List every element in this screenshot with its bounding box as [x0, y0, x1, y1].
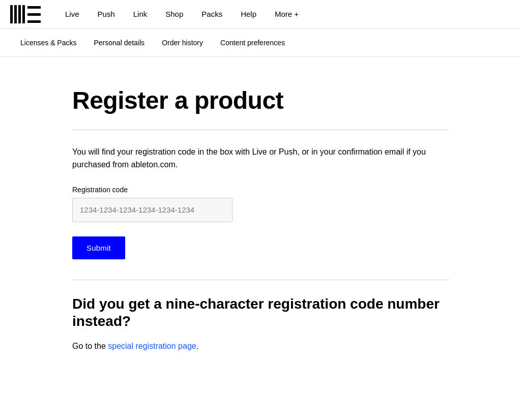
subnav-item-content[interactable]: Content preferences [220, 39, 297, 47]
subnav-item-order[interactable]: Order history [162, 39, 215, 47]
subnav-item-licenses[interactable]: Licenses & Packs [10, 39, 89, 47]
svg-rect-3 [22, 5, 25, 23]
sub-nav: Licenses & Packs Personal details Order … [0, 28, 521, 57]
submit-button[interactable]: Submit [72, 236, 125, 259]
registration-form-group: Registration code [72, 186, 449, 222]
nav-item-help[interactable]: Help [231, 0, 266, 28]
registration-code-input[interactable] [72, 198, 233, 222]
section2-title: Did you get a nine-character registratio… [72, 295, 449, 329]
nav-item-packs[interactable]: Packs [192, 0, 231, 28]
section2-text-suffix: . [196, 342, 198, 350]
special-registration-link[interactable]: special registration page [108, 342, 196, 350]
registration-code-label: Registration code [72, 186, 449, 194]
nav-item-link[interactable]: Link [124, 0, 157, 28]
section2-text: Go to the special registration page. [72, 340, 449, 353]
logo-icon [10, 5, 41, 23]
divider-middle [72, 280, 449, 280]
svg-rect-4 [27, 6, 41, 9]
page-description: You will find your registration code in … [72, 145, 449, 171]
section2-text-prefix: Go to the [72, 342, 108, 350]
nav-item-more[interactable]: More + [266, 0, 308, 28]
top-nav: Live Push Link Shop Packs Help More + [0, 0, 521, 28]
nav-item-live[interactable]: Live [56, 0, 89, 28]
logo[interactable] [10, 5, 41, 23]
nav-item-push[interactable]: Push [89, 0, 124, 28]
nav-item-shop[interactable]: Shop [156, 0, 192, 28]
svg-rect-5 [27, 13, 41, 16]
svg-rect-6 [27, 20, 41, 23]
svg-rect-0 [10, 5, 13, 23]
page-title: Register a product [72, 87, 449, 114]
nav-items: Live Push Link Shop Packs Help More + [56, 0, 308, 28]
main-content: Register a product You will find your re… [62, 57, 459, 394]
subnav-item-personal[interactable]: Personal details [94, 39, 157, 47]
divider-top [72, 130, 449, 130]
svg-rect-1 [14, 5, 17, 23]
svg-rect-2 [18, 5, 21, 23]
